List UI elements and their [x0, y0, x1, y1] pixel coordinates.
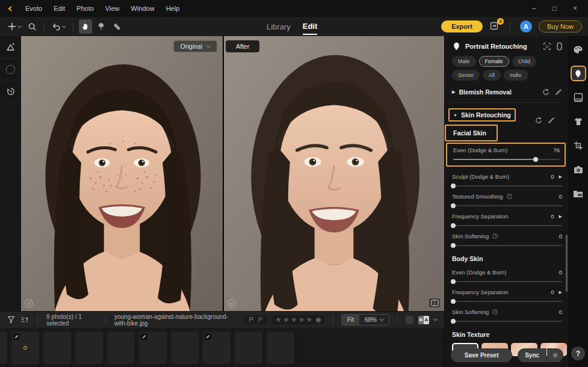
export-queue-button[interactable]: 3	[489, 21, 500, 32]
info-icon[interactable]: ?	[492, 309, 498, 315]
slider-thumb[interactable]	[451, 184, 456, 188]
slider-track[interactable]	[452, 185, 562, 187]
thumbnail-3[interactable]	[75, 332, 103, 364]
sync-button[interactable]: Sync	[518, 348, 546, 362]
menu-app-name[interactable]: Evoto	[25, 5, 42, 12]
tab-senior[interactable]: Senior	[452, 70, 480, 81]
before-after-view-button[interactable]: B A	[418, 316, 429, 324]
slider-track[interactable]	[453, 159, 560, 160]
star-icon[interactable]: ★	[276, 316, 282, 324]
sort-button[interactable]	[20, 316, 29, 324]
menu-view[interactable]: View	[105, 5, 120, 12]
slider-thumb[interactable]	[451, 299, 456, 304]
slider-track[interactable]	[452, 205, 562, 206]
color-adjust-palette-icon[interactable]	[571, 42, 586, 57]
collapse-arrow-icon[interactable]: ▶	[452, 90, 455, 94]
slider-thumb[interactable]	[451, 279, 456, 284]
grain-brush-tool[interactable]	[0, 58, 21, 81]
original-image-pane[interactable]: Original ↺	[21, 36, 223, 311]
history-tool[interactable]	[0, 81, 21, 103]
view-options-chevron-icon[interactable]	[433, 317, 438, 321]
color-label-icon[interactable]	[316, 318, 321, 322]
camera-raw-icon[interactable]	[571, 162, 586, 177]
tab-library[interactable]: Library	[267, 22, 291, 31]
local-adjust-icon[interactable]	[548, 117, 555, 124]
heal-patch-tool[interactable]	[110, 19, 123, 34]
portrait-retouching-icon-active[interactable]	[571, 66, 586, 81]
panel-scrollbar[interactable]	[566, 235, 568, 292]
rotate-reset-icon[interactable]: ↺	[25, 299, 33, 307]
clothing-icon[interactable]	[571, 114, 586, 129]
reject-flag-icon[interactable]	[257, 316, 264, 323]
expand-arrow-icon[interactable]: ▼	[453, 113, 457, 117]
pick-flag-icon[interactable]	[248, 316, 255, 323]
blemish-removal-section[interactable]: ▶ Blemish Removal	[452, 88, 562, 96]
reset-icon[interactable]	[542, 88, 549, 96]
original-view-dropdown[interactable]: Original	[173, 40, 217, 52]
single-view-button[interactable]	[406, 316, 413, 324]
thumbnail-1-selected[interactable]	[11, 332, 39, 364]
after-image-pane[interactable]: After ◎	[224, 36, 444, 311]
close-button[interactable]: ×	[573, 4, 577, 13]
menu-photo[interactable]: Photo	[76, 5, 94, 12]
expand-right-icon[interactable]: ▶	[559, 214, 562, 219]
slider-track[interactable]	[452, 225, 562, 226]
tab-male[interactable]: Male	[452, 56, 476, 67]
star-icon[interactable]: ★	[299, 316, 305, 324]
split-view-icon[interactable]	[429, 298, 440, 307]
info-icon[interactable]: ?	[492, 233, 498, 239]
minimize-button[interactable]: –	[532, 4, 536, 13]
tab-indiv[interactable]: Indiv.	[504, 70, 528, 81]
undo-button[interactable]	[50, 19, 67, 34]
export-button[interactable]: Export	[441, 20, 483, 32]
add-photos-button[interactable]	[6, 19, 23, 34]
buy-now-button[interactable]: Buy Now	[539, 20, 582, 32]
save-preset-button[interactable]: Save Preset	[451, 348, 512, 362]
folder-review-icon[interactable]	[571, 186, 586, 202]
body-mode-icon[interactable]	[557, 42, 562, 51]
menu-help[interactable]: Help	[166, 5, 180, 12]
menu-window[interactable]: Window	[131, 5, 155, 12]
sync-settings-button[interactable]	[547, 348, 563, 362]
local-adjust-icon[interactable]	[555, 88, 562, 96]
tab-female-selected[interactable]: Female	[479, 56, 509, 67]
thumbnail-9[interactable]	[267, 332, 294, 364]
menu-edit[interactable]: Edit	[54, 5, 65, 12]
background-adjust-icon[interactable]	[571, 90, 586, 105]
tab-edit[interactable]: Edit	[303, 22, 318, 32]
skin-retouching-section-highlighted[interactable]: ▼ Skin Retouching	[448, 108, 516, 122]
slider-track[interactable]	[452, 301, 562, 302]
thumbnail-2[interactable]	[43, 332, 71, 364]
thumbnail-4[interactable]	[107, 332, 135, 364]
user-avatar[interactable]: A	[520, 20, 532, 32]
slider-track[interactable]	[452, 281, 562, 282]
info-icon[interactable]: ?	[507, 194, 512, 199]
thumbnail-7[interactable]	[203, 332, 231, 364]
fit-button[interactable]: Fit	[342, 315, 359, 325]
crop-icon[interactable]	[571, 138, 586, 153]
slider-thumb[interactable]	[451, 203, 456, 208]
help-button[interactable]: ?	[571, 347, 585, 360]
star-icon[interactable]: ★	[283, 316, 289, 324]
auto-enhance-tool[interactable]	[0, 36, 21, 58]
thumbnail-8[interactable]	[235, 332, 262, 364]
slider-thumb[interactable]	[451, 319, 456, 324]
search-button[interactable]	[25, 19, 39, 34]
slider-thumb[interactable]	[451, 223, 456, 228]
slider-track[interactable]	[452, 321, 562, 322]
tab-child[interactable]: Child	[512, 56, 537, 67]
slider-thumb[interactable]	[451, 243, 456, 248]
face-detect-icon[interactable]	[543, 42, 551, 51]
star-rating[interactable]: ★ ★ ★ ★ ★	[271, 315, 325, 324]
filter-button[interactable]	[7, 316, 15, 324]
star-icon[interactable]: ★	[291, 316, 297, 324]
hand-tool[interactable]	[79, 19, 92, 34]
tab-all[interactable]: All	[483, 70, 501, 81]
expand-right-icon[interactable]: ▶	[559, 174, 562, 179]
maximize-button[interactable]: □	[552, 4, 557, 13]
zoom-level-dropdown[interactable]: 68%	[359, 315, 389, 325]
slider-track[interactable]	[452, 245, 562, 246]
star-icon[interactable]: ★	[306, 316, 312, 324]
reset-icon[interactable]	[535, 117, 542, 124]
thumbnail-slot-partial[interactable]	[0, 332, 7, 364]
